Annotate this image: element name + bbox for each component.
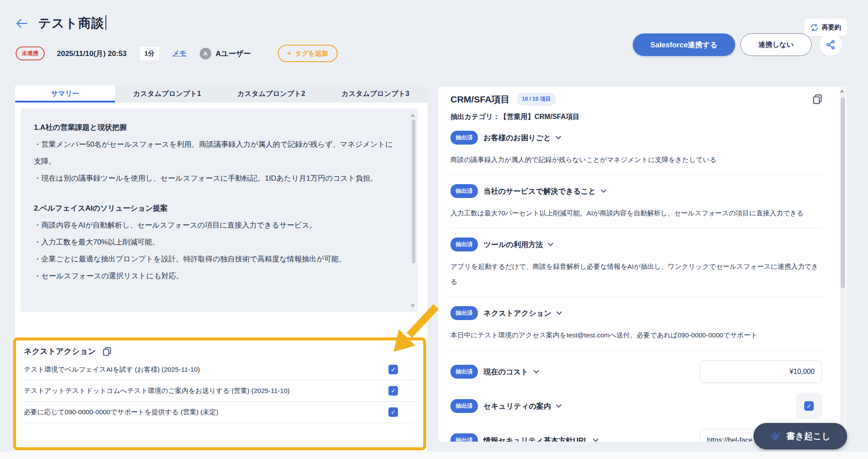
crm-field: 抽出済 お客様のお困りごと 商談の議事録入力が属人的で記録が残らないことがマネジ… [450,131,822,175]
copy-icon[interactable] [103,347,111,356]
add-tag-label: タグを追加 [295,50,328,58]
chevron-down-icon[interactable] [593,436,598,442]
summary-bullet: ・入力工数を最大70%以上削減可能。 [34,234,398,251]
summary-bullet: ・営業メンバー50名がセールスフォースを利用。商談議事録入力が属人的で記録が残ら… [34,136,398,170]
crm-field-label: 現在のコスト [483,367,529,377]
bottom-strip [0,452,868,459]
divider [450,297,822,297]
page-title[interactable]: テスト商談 [38,15,106,32]
summary-scrollbar[interactable] [411,112,415,308]
summary-bullet: ・商談内容をAIが自動解析し、セールスフォースの項目に直接入力できるサービス。 [34,217,398,234]
waveform-icon [770,431,781,442]
extracted-badge: 抽出済 [450,399,478,413]
chevron-down-icon[interactable] [556,309,562,315]
crm-field-value: アプリを起動するだけで、商談を録音解析し必要な情報をAIが抽出し、ワンクリックで… [450,259,822,289]
tab-custom-prompt-2[interactable]: カスタムプロンプト2 [219,86,323,102]
salesforce-connect-button[interactable]: Salesforce連携する [633,33,735,56]
crm-panel-title: CRM/SFA項目 [450,93,510,106]
tab-summary[interactable]: サマリー [15,86,115,102]
resummarize-button[interactable]: 再要約 [804,19,847,36]
add-tag-button[interactable]: + タグを追加 [278,45,338,62]
next-action-section: ネクストアクション テスト環境でベルフェイスAIを試す (お客様) (2025-… [13,337,426,450]
crm-field: 抽出済 当社のサービスで解決できること 入力工数は最大70パーセント以上削減可能… [450,184,822,228]
next-action-checkbox-checked[interactable]: ✓ [388,407,398,417]
check-icon: ✓ [391,387,396,394]
chevron-down-icon[interactable] [556,134,562,139]
summary-heading: 1.A社の営業課題と現状把握 [34,119,398,136]
transcribe-button[interactable]: 書き起こし [753,423,847,449]
tab-custom-prompt-3[interactable]: カスタムプロンプト3 [323,86,427,102]
crm-field-value: 商談の議事録入力が属人的で記録が残らないことがマネジメントに支障をきたしている [450,152,822,167]
back-button[interactable] [16,17,29,30]
text-cursor [105,15,106,30]
crm-field-label: ツールの利用方法 [483,240,543,250]
resummarize-label: 再要約 [822,23,841,32]
cost-input[interactable] [700,360,822,383]
copy-icon[interactable] [813,94,822,104]
avatar: A [200,48,211,59]
next-action-item: テストアットテストドットコムへテスト環境のご案内をお送りする (営業) (202… [24,380,415,402]
extracted-badge: 抽出済 [450,433,478,442]
crm-field-label: 情報セキュリティ基本方針URL [483,436,588,442]
summary-bullet: ・セールスフォースの選択リストにも対応。 [34,267,398,284]
scroll-down-icon[interactable] [411,304,415,307]
crm-field-label: お客様のお困りごと [483,133,551,143]
share-icon: circle,path{fill:none;stroke:#3a6fd8;str… [825,40,836,50]
chevron-down-icon[interactable] [548,241,553,246]
extracted-badge: 抽出済 [450,365,478,379]
crm-category: 抽出カテゴリ：【営業用】CRM/SFA項目 [450,112,822,122]
meeting-meta-row: 未連携 2025/11/10(月) 20:53 1分 メモ A Aユーザー + … [16,45,338,62]
next-action-checkbox-checked[interactable]: ✓ [388,386,398,396]
extracted-badge: 抽出済 [450,238,478,251]
tab-bar: サマリー カスタムプロンプト1 カスタムプロンプト2 カスタムプロンプト3 [15,86,427,102]
summary-spacer [34,187,398,200]
crm-field: 抽出済 セキュリティの案内 ✓ [450,393,822,419]
check-icon: ✓ [391,366,396,373]
crm-field-value: 本日中にテスト環境のアクセス案内をtest@test.comへ送付。必要であれば… [450,327,822,343]
extracted-badge: 抽出済 [450,131,478,145]
status-badge: 未連携 [16,46,45,60]
next-action-item: 必要に応じて090-0000-0000でサポートを提供する (営業) (未定) … [24,402,415,423]
next-action-checkbox-checked[interactable]: ✓ [388,365,398,374]
scrollbar-thumb[interactable] [412,120,415,263]
summary-panel[interactable]: 1.A社の営業課題と現状把握 ・営業メンバー50名がセールスフォースを利用。商談… [21,109,418,312]
skip-connect-button[interactable]: 連携しない [740,33,812,56]
next-action-title: ネクストアクション [24,346,96,357]
crm-count-badge: 10 / 10 項目 [517,93,556,106]
page-header: テスト商談 [16,15,106,32]
crm-field: 抽出済 ツールの利用方法 アプリを起動するだけで、商談を録音解析し必要な情報をA… [450,238,822,297]
next-action-text: テスト環境でベルフェイスAIを試す (お客様) (2025-11-10) [24,365,200,374]
divider [450,175,822,175]
summary-bullet: ・企業ごとに最適な抽出プロンプトを設計。特許取得の独自技術で高精度な情報抽出が可… [34,251,398,267]
extracted-badge: 抽出済 [450,306,478,320]
divider [450,228,822,228]
chevron-down-icon[interactable] [533,368,539,373]
crm-panel: CRM/SFA項目 10 / 10 項目 抽出カテゴリ：【営業用】CRM/SFA… [438,87,846,442]
user-name: Aユーザー [216,49,251,59]
chevron-down-icon[interactable] [601,187,606,193]
crm-field-label: 当社のサービスで解決できること [483,186,596,196]
tab-custom-prompt-1[interactable]: カスタムプロンプト1 [115,86,219,102]
chevron-down-icon[interactable] [556,402,562,408]
check-icon: ✓ [806,403,812,409]
meeting-datetime: 2025/11/10(月) 20:53 [57,49,127,59]
back-arrow-icon [16,18,28,29]
share-button[interactable]: circle,path{fill:none;stroke:#3a6fd8;str… [819,33,842,56]
security-checkbox-wrap: ✓ [796,393,822,419]
duration-badge: 1分 [140,47,159,60]
memo-link[interactable]: メモ [172,49,187,58]
crm-scrollbar[interactable] [840,87,845,442]
scrollbar-thumb[interactable] [841,97,845,288]
transcribe-label: 書き起こし [786,430,830,442]
crm-field-label: セキュリティの案内 [483,401,551,411]
scroll-up-icon[interactable] [411,114,415,117]
extracted-badge: 抽出済 [450,184,478,198]
divider [450,350,822,350]
crm-field: 抽出済 現在のコスト [450,360,822,384]
next-action-item: テスト環境でベルフェイスAIを試す (お客様) (2025-11-10) ✓ [24,359,415,380]
scroll-up-icon[interactable] [840,89,844,92]
crm-field: 抽出済 ネクストアクション 本日中にテスト環境のアクセス案内をtest@test… [450,306,822,350]
security-checkbox-checked[interactable]: ✓ [804,401,814,411]
crm-field-label: ネクストアクション [483,308,552,318]
plus-icon: + [287,49,292,58]
